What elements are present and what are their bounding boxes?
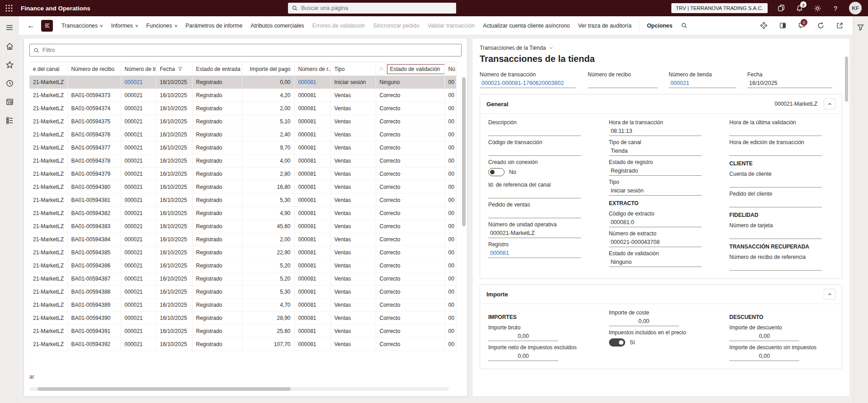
table-row[interactable]: 21-MarketLZ BA01-00594379 000021 16/10/2… bbox=[29, 168, 456, 181]
field-value[interactable] bbox=[588, 79, 658, 88]
cell-numero-r[interactable]: 000081 bbox=[294, 286, 330, 299]
actionbar-search-button[interactable] bbox=[681, 22, 688, 29]
estado-validacion-header-box[interactable]: Estado de validación bbox=[387, 64, 445, 74]
cell-numero-r[interactable]: 000081 bbox=[294, 194, 330, 207]
table-row[interactable]: 21-MarketLZ BA01-00594392 000021 16/10/2… bbox=[29, 338, 456, 351]
table-row[interactable]: 21-MarketLZ BA01-00594390 000021 16/10/2… bbox=[29, 312, 456, 325]
field-value[interactable]: 000081:0 bbox=[609, 218, 702, 227]
column-header-estado-validacion[interactable]: ∷ Estado de validación bbox=[376, 62, 444, 76]
avatar[interactable]: KF bbox=[849, 2, 862, 14]
table-row[interactable]: 21-MarketLZ BA01-00594374 000021 16/10/2… bbox=[29, 102, 456, 115]
table-row[interactable]: 21-MarketLZ BA01-00594383 000021 16/10/2… bbox=[29, 220, 456, 233]
cell-numero-r[interactable]: 000081 bbox=[294, 128, 330, 141]
actionbar-item[interactable]: Opciones bbox=[639, 20, 676, 32]
cell-numero-r[interactable]: 000081 bbox=[294, 181, 330, 194]
cell-numero-r[interactable]: 000081 bbox=[294, 272, 330, 286]
sidebar-item-recent[interactable] bbox=[4, 77, 15, 89]
table-row[interactable]: 21-MarketLZ BA01-00594378 000021 16/10/2… bbox=[29, 155, 456, 168]
column-header-numero-recibo[interactable]: Número de recibo bbox=[67, 62, 121, 76]
actionbar-item[interactable]: Funciones∨ bbox=[142, 20, 182, 32]
cell-numero-r[interactable]: 000081 bbox=[294, 89, 330, 102]
cell-numero-r[interactable]: 000081 bbox=[294, 115, 330, 128]
field-value[interactable]: 16/10/2025 bbox=[747, 79, 832, 88]
breadcrumb[interactable]: Transacciones de la Tienda bbox=[480, 45, 842, 51]
cell-numero-r[interactable]: 000081 bbox=[294, 141, 330, 155]
cell-numero-r[interactable]: 000081 bbox=[294, 102, 330, 115]
search-input[interactable] bbox=[301, 5, 453, 11]
cell-tienda[interactable]: 000021 bbox=[121, 246, 156, 259]
grid-vertical-scrollbar[interactable] bbox=[462, 77, 466, 226]
cell-numero-r[interactable]: 000081 bbox=[294, 220, 330, 233]
field-value-link[interactable]: 000081 bbox=[488, 249, 581, 258]
cell-tienda[interactable]: 000021 bbox=[121, 233, 156, 246]
field-value[interactable]: 0,00 bbox=[488, 332, 558, 341]
side-panel-button[interactable] bbox=[778, 22, 787, 30]
field-value[interactable] bbox=[488, 209, 581, 218]
cell-numero-r[interactable]: 000081 bbox=[294, 259, 330, 272]
table-row[interactable]: 21-MarketLZ BA01-00594373 000021 16/10/2… bbox=[29, 89, 456, 102]
field-value[interactable] bbox=[488, 147, 581, 156]
cell-tienda[interactable]: 000021 bbox=[121, 168, 156, 181]
field-value[interactable]: Iniciar sesión bbox=[609, 187, 702, 196]
table-row[interactable]: 21-MarketLZ BA01-00594377 000021 16/10/2… bbox=[29, 141, 456, 155]
field-value-link[interactable]: 000021 bbox=[669, 79, 736, 88]
column-header-numero-r[interactable]: Número de r... bbox=[294, 62, 330, 76]
cell-tienda[interactable]: 000021 bbox=[121, 89, 156, 102]
refresh-button[interactable] bbox=[816, 22, 825, 30]
cell-tienda[interactable]: 000021 bbox=[121, 286, 156, 299]
shapes-button[interactable] bbox=[760, 22, 768, 30]
cell-tienda[interactable]: 000021 bbox=[121, 76, 156, 89]
table-row[interactable]: 21-MarketLZ BA01-00594376 000021 16/10/2… bbox=[29, 128, 456, 141]
form-menu-button[interactable] bbox=[41, 20, 53, 32]
actionbar-item[interactable]: Parámetros de informe bbox=[181, 20, 246, 32]
section-general-header[interactable]: General 000021-MarketLZ bbox=[480, 94, 842, 114]
field-value[interactable]: 08:11:13 bbox=[609, 127, 702, 136]
settings-button[interactable] bbox=[813, 4, 822, 13]
cell-numero-r[interactable]: 000081 bbox=[294, 233, 330, 246]
column-header-numero-tienda[interactable]: Número de ti... bbox=[121, 62, 156, 76]
field-value[interactable] bbox=[729, 198, 822, 207]
cell-numero-r[interactable]: 000081 bbox=[294, 246, 330, 259]
cell-tienda[interactable]: 000021 bbox=[121, 220, 156, 233]
actionbar-item[interactable]: Actualizar cuenta cliente asíncrono bbox=[479, 20, 574, 32]
table-row[interactable]: 21-MarketLZ BA01-00594381 000021 16/10/2… bbox=[29, 194, 456, 207]
back-button[interactable]: ← bbox=[24, 21, 38, 30]
cell-tienda[interactable]: 000021 bbox=[121, 259, 156, 272]
panel-vertical-scrollbar[interactable] bbox=[845, 56, 848, 102]
notifications-button[interactable]: 2 bbox=[795, 4, 804, 13]
cell-tienda[interactable]: 000021 bbox=[121, 325, 156, 338]
cell-tienda[interactable]: 000021 bbox=[121, 102, 156, 115]
field-value[interactable] bbox=[729, 127, 822, 136]
field-value[interactable] bbox=[729, 230, 822, 239]
collapse-section-button[interactable] bbox=[824, 289, 835, 300]
grid-footer-link[interactable]: ar bbox=[29, 374, 34, 380]
column-header-tipo[interactable]: Tipo bbox=[330, 62, 376, 76]
table-row[interactable]: 21-MarketLZ BA01-00594389 000021 16/10/2… bbox=[29, 299, 456, 312]
section-importe-header[interactable]: Importe bbox=[480, 285, 842, 304]
cell-numero-r[interactable]: 000081 bbox=[294, 207, 330, 220]
actionbar-item[interactable]: Informes∨ bbox=[107, 20, 142, 32]
column-header-canal[interactable]: e del canal bbox=[29, 62, 67, 76]
cell-numero-r[interactable]: 000081 bbox=[294, 338, 330, 351]
table-row[interactable]: 21-MarketLZ 000021 16/10/2025 Registrado… bbox=[29, 76, 456, 89]
table-row[interactable]: 21-MarketLZ BA01-00594388 000021 16/10/2… bbox=[29, 286, 456, 299]
cell-tienda[interactable]: 000021 bbox=[121, 155, 156, 168]
field-value[interactable]: 0,00 bbox=[729, 332, 799, 341]
cell-tienda[interactable]: 000021 bbox=[121, 299, 156, 312]
global-search-box[interactable] bbox=[288, 3, 456, 14]
field-value[interactable]: Tienda bbox=[609, 147, 702, 156]
grid-filter-input[interactable] bbox=[42, 47, 458, 53]
column-header-estado-entrada[interactable]: Estado de entrada bbox=[192, 62, 242, 76]
table-row[interactable]: 21-MarketLZ BA01-00594391 000021 16/10/2… bbox=[29, 325, 456, 338]
grid-horizontal-scrollbar-thumb[interactable] bbox=[38, 387, 291, 391]
company-selector-button[interactable]: TRV | TERRANOVA TRADING S.A.C. bbox=[671, 3, 768, 13]
cell-numero-r[interactable]: 000081 bbox=[294, 155, 330, 168]
field-value[interactable] bbox=[488, 127, 581, 136]
table-row[interactable]: 21-MarketLZ BA01-00594385 000021 16/10/2… bbox=[29, 246, 456, 259]
field-value[interactable]: 000021-000043708 bbox=[609, 238, 702, 247]
cell-tienda[interactable]: 000021 bbox=[121, 338, 156, 351]
copilot-icon[interactable] bbox=[777, 4, 786, 13]
table-row[interactable]: 21-MarketLZ BA01-00594375 000021 16/10/2… bbox=[29, 115, 456, 128]
cell-numero-r[interactable]: 000081 bbox=[294, 325, 330, 338]
field-value[interactable] bbox=[729, 262, 822, 271]
